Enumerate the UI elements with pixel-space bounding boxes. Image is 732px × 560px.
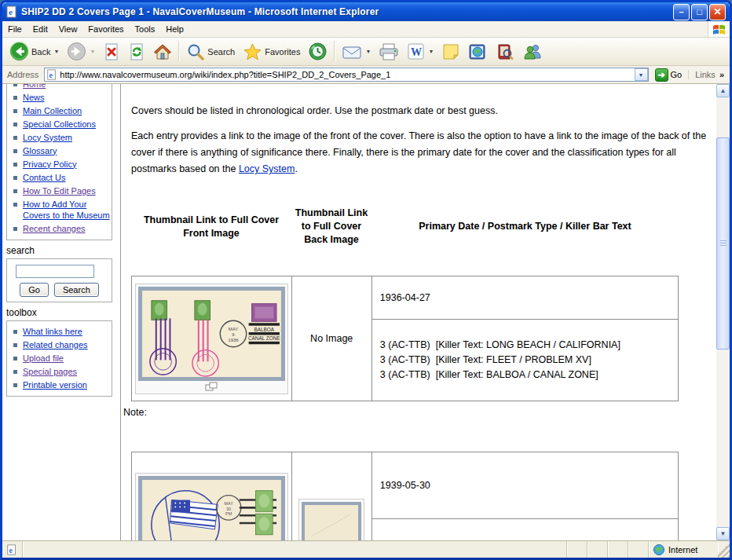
status-bar: e Internet [2, 540, 730, 558]
research-button[interactable] [492, 41, 519, 63]
menu-bar: File Edit View Favorites Tools Help [2, 21, 730, 38]
locy-system-link[interactable]: Locy System [239, 163, 295, 174]
sidebar-link[interactable]: Main Collection [23, 105, 82, 116]
wiki-content: Covers should be listed in chronological… [121, 84, 716, 540]
svg-text:e: e [9, 545, 13, 554]
toolbox-item-special-pages[interactable]: Special pages [9, 364, 110, 378]
favorites-button[interactable]: Favorites [239, 41, 304, 63]
window-title: SHIP2 DD 2 Covers Page 1 - NavalCoverMus… [21, 6, 673, 17]
intro-paragraph-2: Each entry provides a link to the image … [131, 128, 712, 178]
go-button[interactable]: ➔ Go [652, 68, 686, 82]
links-bar[interactable]: Links » [688, 70, 727, 79]
cover2-front-thumbnail[interactable]: MEMORIAL DAY MAY 30 PM [135, 473, 288, 541]
toolbox-item-printable-version[interactable]: Printable version [9, 378, 110, 391]
sidebar-link[interactable]: Special Collections [23, 119, 96, 130]
toolbox-link[interactable]: What links here [23, 326, 82, 337]
sidebar-link[interactable]: How To Edit Pages [23, 185, 96, 196]
mail-button[interactable]: ▼ [338, 42, 375, 62]
cover1-front-image: MAY 9 1936 BALBOA CANAL ZON [142, 291, 281, 377]
search-search-button[interactable]: Search [54, 283, 99, 297]
sidebar-item-privacy-policy[interactable]: Privacy Policy [9, 157, 110, 170]
sidebar-link[interactable]: Privacy Policy [23, 159, 76, 170]
menu-help[interactable]: Help [160, 22, 189, 36]
sidebar-link[interactable]: Glossary [23, 145, 57, 156]
sidebar-link[interactable]: Locy System [23, 132, 72, 143]
menu-view[interactable]: View [53, 22, 83, 36]
sidebar-link[interactable]: How to Add Your Covers to the Museum [23, 199, 110, 221]
sidebar-item-home[interactable]: Home [9, 84, 110, 90]
stop-button[interactable] [99, 41, 124, 63]
history-button[interactable] [304, 40, 331, 63]
close-button[interactable]: ✕ [709, 4, 726, 20]
history-icon [308, 42, 328, 61]
sidebar-item-how-to-add-covers[interactable]: How to Add Your Covers to the Museum [9, 197, 110, 221]
messenger-button[interactable] [519, 41, 547, 63]
back-dropdown-icon[interactable]: ▼ [53, 49, 59, 54]
links-chevron-icon[interactable]: » [719, 70, 724, 79]
cover1-back-cell: No Image [291, 276, 371, 401]
discuss-button[interactable] [437, 41, 464, 63]
svg-text:BALBOA: BALBOA [254, 326, 274, 331]
refresh-button[interactable] [124, 41, 149, 63]
postmark-line: 3 (AC-TTB) [Killer Text: BALBOA / CANAL … [380, 368, 678, 382]
edit-dropdown-icon[interactable]: ▼ [428, 49, 434, 54]
wiki-search-input[interactable] [16, 265, 94, 278]
scroll-up-button[interactable]: ▲ [716, 84, 730, 97]
word-edit-icon: W [407, 42, 425, 60]
sidebar-item-locy-system[interactable]: Locy System [9, 130, 110, 144]
bullet-icon [13, 370, 17, 374]
edit-with-word-button[interactable]: W ▼ [403, 41, 437, 62]
sidebar-item-news[interactable]: News [9, 90, 110, 104]
bullet-icon [13, 189, 17, 193]
links-label: Links [695, 70, 716, 79]
home-icon [153, 42, 172, 61]
search-go-button[interactable]: Go [20, 283, 49, 297]
toolbox-item-what-links-here[interactable]: What links here [9, 324, 110, 338]
back-button[interactable]: Back ▼ [5, 40, 63, 63]
forward-button[interactable]: ▼ [63, 40, 99, 63]
home-button[interactable] [149, 41, 176, 63]
maximize-button[interactable]: □ [691, 4, 708, 20]
minimize-button[interactable]: – [673, 4, 690, 20]
toolbox-link[interactable]: Special pages [23, 366, 77, 377]
page-icon: e [46, 69, 57, 80]
search-button[interactable]: Search [182, 41, 239, 63]
address-dropdown-button[interactable]: ▼ [635, 68, 648, 81]
resize-grip[interactable] [718, 541, 730, 558]
menu-tools[interactable]: Tools [130, 22, 161, 36]
sidebar-item-special-collections[interactable]: Special Collections [9, 117, 110, 130]
postmark-line: 3 (AC-TTB) [Killer Text: LONG BEACH / CA… [380, 338, 678, 353]
svg-text:MAY: MAY [224, 501, 233, 506]
vertical-scrollbar[interactable]: ▲ ▼ [716, 84, 730, 540]
toolbox-item-upload-file[interactable]: Upload file [9, 351, 110, 364]
scrollbar-track[interactable] [716, 97, 730, 527]
sidebar-link[interactable]: News [23, 92, 45, 103]
sidebar-link[interactable]: Home [23, 84, 46, 90]
sidebar-link[interactable]: Contact Us [23, 172, 65, 183]
sidebar-item-recent-changes[interactable]: Recent changes [9, 221, 110, 235]
cover2-back-thumbnail[interactable] [298, 499, 364, 541]
sidebar-link[interactable]: Recent changes [23, 223, 86, 234]
address-input[interactable]: e http://www.navalcovermuseum.org/wiki/i… [44, 68, 648, 82]
menu-edit[interactable]: Edit [27, 22, 53, 36]
sidebar-item-contact-us[interactable]: Contact Us [9, 170, 110, 184]
mail-dropdown-icon[interactable]: ▼ [365, 49, 371, 54]
scrollbar-thumb[interactable] [716, 137, 730, 350]
scroll-down-button[interactable]: ▼ [716, 527, 730, 540]
svg-text:CANAL ZONE: CANAL ZONE [248, 335, 280, 341]
sidebar-item-glossary[interactable]: Glossary [9, 144, 110, 157]
cover-table-2: MEMORIAL DAY MAY 30 PM [131, 452, 679, 540]
sidebar-item-main-collection[interactable]: Main Collection [9, 104, 110, 117]
search-label: Search [207, 47, 235, 57]
menu-file[interactable]: File [2, 22, 27, 36]
cover1-front-thumbnail[interactable]: MAY 9 1936 BALBOA CANAL ZON [135, 284, 288, 394]
menu-favorites[interactable]: Favorites [82, 22, 129, 36]
toolbox-link[interactable]: Upload file [23, 353, 64, 364]
toolbox-link[interactable]: Related changes [23, 339, 88, 350]
sidebar-item-how-to-edit[interactable]: How To Edit Pages [9, 184, 110, 197]
toolbox-item-related-changes[interactable]: Related changes [9, 338, 110, 351]
print-button[interactable] [375, 41, 403, 63]
messenger-service-button[interactable] [464, 41, 492, 63]
enlarge-icon[interactable] [205, 382, 218, 391]
toolbox-link[interactable]: Printable version [23, 379, 87, 390]
